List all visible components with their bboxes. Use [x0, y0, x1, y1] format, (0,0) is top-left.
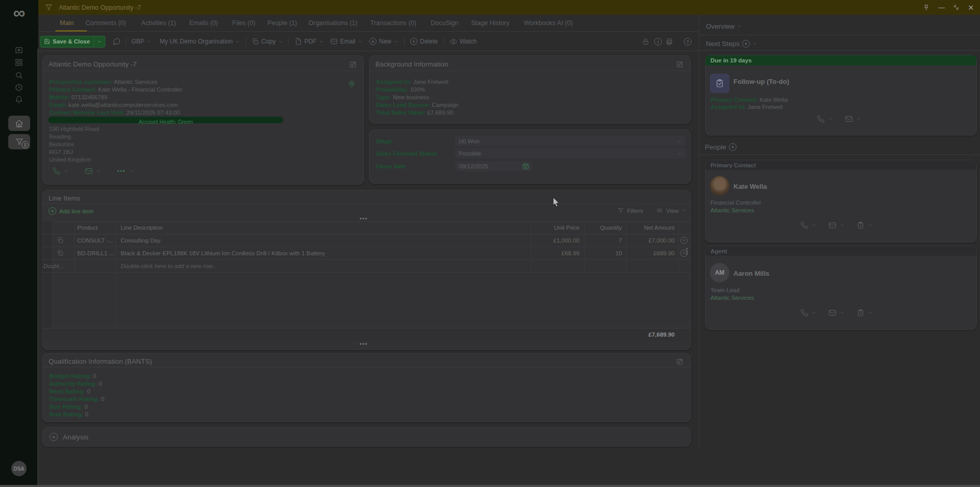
email-chevron-icon[interactable] [856, 117, 861, 121]
overview-dropdown[interactable]: Overview [706, 23, 742, 30]
tab-docusign[interactable]: DocuSign [431, 19, 458, 27]
col-header-product[interactable]: Product [77, 225, 113, 231]
lock-icon[interactable] [642, 38, 650, 46]
field-value[interactable]: Jane Fretwell [413, 79, 448, 85]
add-next-step-icon[interactable]: + [742, 40, 750, 48]
analysis-panel[interactable]: + Analysis [42, 427, 691, 447]
col-header-unit-price[interactable]: Unit Price [518, 225, 580, 231]
col-header-quantity[interactable]: Quantity [586, 225, 622, 231]
copy-dropdown[interactable]: Copy [252, 38, 283, 45]
tab-emails[interactable]: Emails (0) [189, 19, 218, 27]
apps-grid-icon[interactable] [15, 58, 23, 67]
pdf-dropdown[interactable]: PDF [295, 38, 324, 45]
tab-comments[interactable]: Comments (0) [85, 19, 126, 27]
contact-name[interactable]: Kate Wella [733, 183, 767, 190]
primary-contact-card[interactable]: Primary Contact Kate Wella Financial Con… [705, 160, 977, 242]
home-button[interactable] [8, 116, 30, 131]
call-chevron-icon[interactable] [64, 169, 69, 173]
edit-icon[interactable] [349, 60, 357, 68]
view-button[interactable]: View [666, 208, 679, 214]
edit-icon[interactable] [676, 358, 684, 365]
watch-button[interactable]: Watch [450, 38, 477, 46]
line-item-row[interactable]: BD-DRILL1 ... Black & Decker EPL188K 18V… [42, 247, 691, 259]
add-row-hint-row[interactable]: Doubl... Double-click here to add a new … [42, 260, 691, 272]
email-chevron-icon[interactable] [96, 169, 101, 173]
stage-select[interactable]: (4) Won [455, 136, 686, 146]
call-icon[interactable] [53, 167, 60, 175]
agent-name[interactable]: Aaron Mills [733, 270, 769, 277]
next-steps-header[interactable]: Next Steps + [706, 40, 757, 48]
save-menu-chevron-icon[interactable] [97, 39, 102, 44]
tab-organisations[interactable]: Organisations (1) [308, 19, 358, 27]
grid-resize-handle-right[interactable]: ••• [686, 248, 688, 255]
forecast-status-select[interactable]: Possible [455, 148, 686, 159]
col-header-net-amount[interactable]: Net Amount [628, 225, 675, 231]
email-chevron-icon[interactable] [840, 223, 844, 228]
search-icon[interactable] [15, 71, 23, 79]
email-chevron-icon[interactable] [840, 311, 844, 315]
forecast-chevron-icon[interactable] [677, 151, 682, 156]
tab-people[interactable]: People (1) [268, 19, 297, 27]
call-chevron-icon[interactable] [828, 117, 833, 121]
contact-role[interactable]: Financial Controller [710, 200, 761, 206]
close-icon[interactable]: ✕ [968, 4, 974, 12]
help-icon[interactable]: ? [684, 38, 692, 46]
edit-icon[interactable] [676, 60, 684, 68]
send-email-icon[interactable] [845, 115, 853, 123]
print-icon[interactable] [665, 38, 673, 46]
user-avatar[interactable]: DSA [11, 461, 27, 476]
map-pin-icon[interactable] [348, 80, 355, 88]
next-steps-chevron-icon[interactable] [752, 41, 757, 46]
info-icon[interactable]: i [654, 38, 662, 46]
agent-org-link[interactable]: Atlantic Services [710, 295, 754, 301]
calendar-icon[interactable] [522, 163, 529, 170]
new-dropdown[interactable]: + New [369, 38, 398, 45]
expand-analysis-icon[interactable]: + [50, 433, 58, 441]
add-line-item-button[interactable]: + Add line item [49, 207, 93, 215]
activity-chevron-icon[interactable] [868, 311, 873, 315]
notifications-bell-icon[interactable] [15, 96, 23, 104]
tab-activities[interactable]: Activities (1) [141, 19, 176, 27]
call-icon[interactable] [800, 222, 808, 229]
add-person-icon[interactable]: + [729, 143, 737, 151]
send-email-icon[interactable] [829, 309, 836, 317]
line-item-row[interactable]: CONSULT -... Consulting Day £1,000.00 7 … [42, 234, 691, 247]
tab-transactions[interactable]: Transactions (0) [370, 19, 416, 27]
people-header[interactable]: People + [705, 143, 737, 151]
recent-clock-icon[interactable] [15, 83, 23, 92]
agent-card[interactable]: Agent AM Aaron Mills Team Lead Atlantic … [705, 246, 977, 330]
minimize-icon[interactable]: — [938, 4, 945, 11]
close-date-field[interactable]: 09/12/2025 [455, 161, 532, 171]
stage-chevron-icon[interactable] [677, 139, 682, 144]
field-value[interactable]: kate.wella@atlanticcomputerservices.com [69, 102, 178, 108]
field-value[interactable]: Kate Wella - Financial Controller [98, 86, 183, 93]
currency-dropdown[interactable]: GBP [131, 38, 151, 45]
call-chevron-icon[interactable] [812, 223, 816, 228]
pin-window-icon[interactable] [923, 4, 930, 11]
tab-files[interactable]: Files (0) [232, 19, 255, 27]
comment-bubble-icon[interactable] [113, 37, 121, 46]
organisation-dropdown[interactable]: My UK Demo Organisation [160, 38, 240, 45]
copy-row-icon[interactable] [57, 250, 63, 256]
call-chevron-icon[interactable] [812, 311, 816, 315]
next-step-title[interactable]: Follow-up (To-do) [733, 78, 789, 85]
send-email-icon[interactable] [85, 167, 93, 175]
delete-row-icon[interactable]: ✕ [680, 237, 687, 244]
grid-resize-handle-bottom[interactable]: ••• [360, 341, 368, 348]
view-menu-icon[interactable] [656, 207, 663, 214]
call-icon[interactable] [817, 115, 825, 123]
more-chevron-icon[interactable] [129, 169, 134, 173]
email-dropdown[interactable]: Email [330, 38, 363, 45]
restore-icon[interactable] [953, 4, 960, 11]
call-icon[interactable] [800, 309, 808, 317]
more-actions-icon[interactable]: ••• [117, 167, 126, 175]
col-header-description[interactable]: Line Description [121, 225, 274, 231]
filters-button[interactable]: Filters [627, 208, 643, 214]
activity-icon[interactable] [857, 309, 864, 317]
delete-button[interactable]: ✕ Delete [410, 38, 438, 45]
filters-icon[interactable] [617, 207, 624, 214]
tab-stage-history[interactable]: Stage History [471, 19, 509, 27]
send-email-icon[interactable] [829, 222, 836, 229]
copy-row-icon[interactable] [57, 237, 63, 243]
activity-icon[interactable] [857, 222, 864, 229]
